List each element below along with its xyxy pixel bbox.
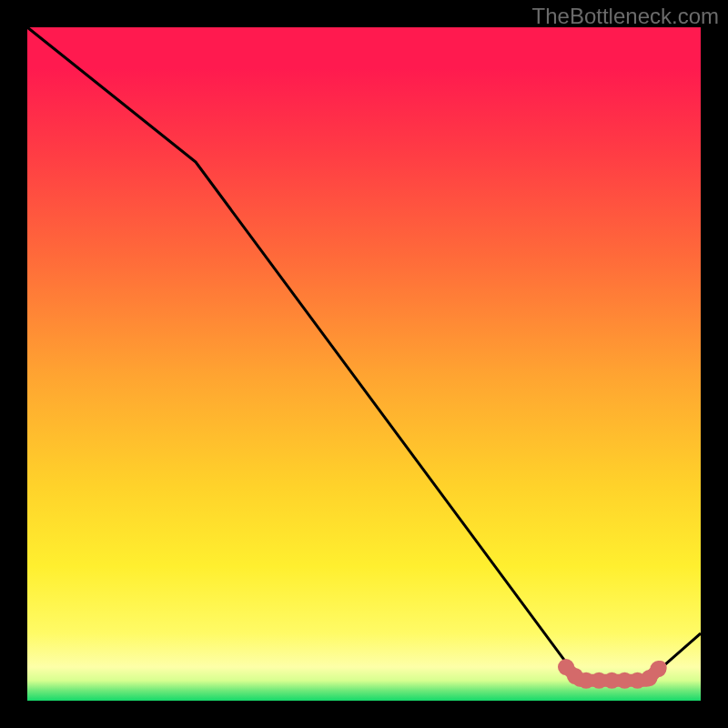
attribution-text: TheBottleneck.com: [532, 4, 719, 29]
chart-svg: [27, 27, 701, 701]
main-curve-path: [27, 27, 701, 681]
series-group: [27, 27, 701, 681]
plot-area: [27, 27, 701, 701]
highlight-segment-dots: [566, 667, 661, 681]
chart-stage: TheBottleneck.com: [0, 0, 728, 728]
